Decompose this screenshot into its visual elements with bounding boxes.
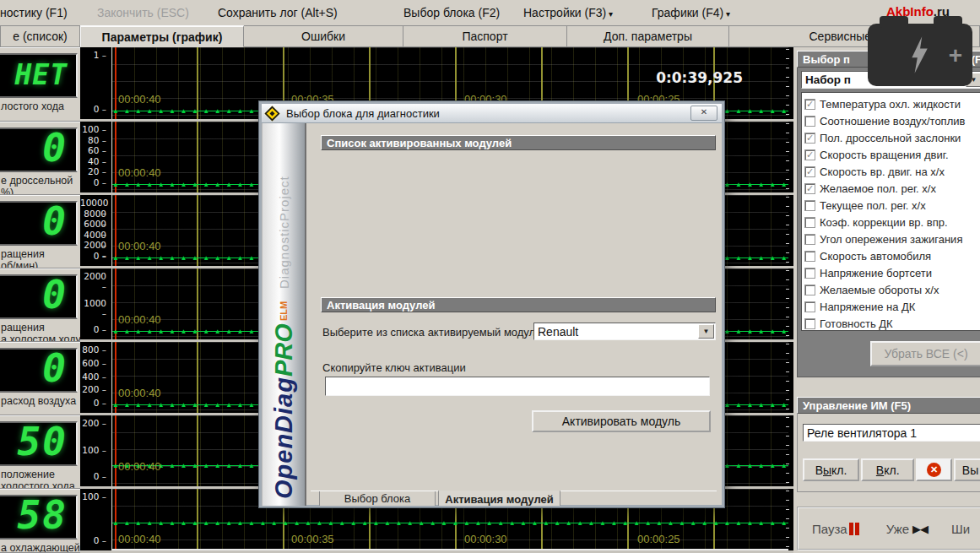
param-checkbox-row[interactable]: Желаемые обороты х/х bbox=[804, 281, 980, 298]
logo-project: DiagnosticProject bbox=[277, 176, 291, 289]
tab-3[interactable]: Ошибки bbox=[244, 25, 403, 47]
checkbox-unchecked[interactable] bbox=[804, 251, 815, 262]
tab-2[interactable]: Параметры (график) bbox=[80, 25, 244, 47]
tab-block-select[interactable]: Выбор блока bbox=[319, 491, 436, 506]
gauge-label-line: положение bbox=[1, 469, 80, 481]
time-label: 00:00:40 bbox=[118, 93, 161, 106]
checkbox-unchecked[interactable] bbox=[804, 116, 815, 127]
logo-opendiag: OpenDiag bbox=[270, 377, 298, 499]
tab-5[interactable]: Доп. параметры bbox=[567, 25, 729, 47]
checkbox-unchecked[interactable] bbox=[804, 268, 815, 279]
narrower-icon: ▶◀ bbox=[912, 523, 928, 535]
param-label: Коэф. коррекции вр. впр. bbox=[820, 216, 948, 229]
tab-1[interactable]: е (список) bbox=[0, 25, 80, 47]
param-label: Желаемые обороты х/х bbox=[820, 284, 939, 296]
narrower-control[interactable]: Уже ▶◀ bbox=[886, 522, 928, 536]
right-axis-ticks bbox=[786, 344, 789, 411]
param-checkbox-row[interactable]: Соотношение воздух/топлив bbox=[804, 112, 980, 129]
menu-bar: ностику (F1)Закончить (ESC)Сохранить лог… bbox=[0, 0, 980, 25]
param-checkbox-row[interactable]: Напряжение на ДК bbox=[804, 298, 980, 315]
on-button[interactable]: Вкл. bbox=[861, 458, 914, 481]
param-checkbox-row[interactable]: ✓Желаемое пол. рег. х/х bbox=[804, 180, 980, 197]
gauge-column: НЕТлостого хода0е дроссельной%)0ращенияо… bbox=[0, 47, 80, 553]
y-axis-tick: 600 bbox=[80, 358, 106, 368]
logo-elm: ELM bbox=[279, 301, 289, 321]
param-set-value: Набор п bbox=[805, 73, 851, 86]
gauge-cell-4: 0ращенияа холостом ходу bbox=[0, 268, 80, 342]
menu-item-6[interactable]: Графики (F4) ▾ bbox=[652, 6, 730, 19]
checkbox-checked[interactable]: ✓ bbox=[804, 149, 815, 160]
wider-label: Ши bbox=[951, 522, 970, 536]
checkbox-unchecked[interactable] bbox=[804, 217, 815, 228]
gauge-label-line: расход воздуха bbox=[1, 396, 80, 408]
param-checkbox-row[interactable]: Текущее пол. рег. х/х bbox=[804, 197, 980, 214]
param-checkbox-row[interactable]: ✓Скорость вр. двиг. на х/х bbox=[804, 163, 980, 180]
pause-control[interactable]: Пауза bbox=[812, 522, 859, 536]
time-label: 00:00:30 bbox=[464, 533, 507, 545]
extra-button[interactable]: Вы bbox=[954, 458, 980, 481]
right-axis-ticks bbox=[786, 270, 789, 338]
param-checkbox-row[interactable]: ✓Скорость вращения двиг. bbox=[804, 146, 980, 163]
param-checkbox-row[interactable]: Готовность ДК bbox=[804, 315, 980, 331]
param-checkbox-row[interactable]: Коэф. коррекции вр. впр. bbox=[804, 214, 980, 230]
tab-module-activation[interactable]: Активация модулей bbox=[438, 491, 560, 506]
transport-bar: Пауза Уже ▶◀ Ши bbox=[797, 507, 980, 550]
checkbox-unchecked[interactable] bbox=[804, 200, 815, 211]
checkbox-unchecked[interactable] bbox=[804, 318, 815, 329]
checkbox-unchecked[interactable] bbox=[804, 285, 815, 295]
close-button[interactable]: ✕ bbox=[690, 106, 717, 121]
gauge-label: е дроссельной%) bbox=[0, 176, 80, 195]
activation-key-input[interactable] bbox=[325, 377, 710, 396]
menu-item-3[interactable]: Сохранить лог (Alt+S) bbox=[218, 6, 338, 19]
y-axis-tick: 60 bbox=[80, 145, 106, 155]
gauge-label: ращенияа холостом ходу bbox=[0, 323, 80, 342]
activate-module-button[interactable]: Активировать модуль bbox=[532, 410, 711, 432]
menu-item-4[interactable]: Выбор блока (F2) bbox=[403, 6, 500, 19]
led-display: 0 bbox=[0, 127, 78, 172]
dialog-title: Выбор блока для диагностики bbox=[286, 107, 440, 120]
y-axis-tick: 200 bbox=[80, 418, 106, 428]
off-label: В bbox=[815, 464, 823, 477]
off-button[interactable]: Выкл. bbox=[803, 458, 859, 481]
brand-dark: .ru bbox=[934, 4, 950, 19]
actuator-panel-header: Управление ИМ (F5) bbox=[797, 397, 980, 414]
checkbox-checked[interactable]: ✓ bbox=[804, 133, 815, 144]
gauge-cell-2: 0е дроссельной%) bbox=[0, 122, 80, 195]
param-checkbox-row[interactable]: ✓Температура охл. жидкости bbox=[804, 95, 980, 112]
checkbox-checked[interactable]: ✓ bbox=[804, 99, 815, 110]
checkbox-unchecked[interactable] bbox=[804, 234, 815, 245]
on-label-tail: кл. bbox=[884, 464, 899, 477]
y-axis-tick: 80 bbox=[80, 135, 106, 145]
gauge-label-line: холостого хода bbox=[1, 481, 80, 490]
param-checkbox-row[interactable]: Напряжение бортсети bbox=[804, 264, 980, 281]
param-checkbox-row[interactable]: Скорость автомобиля bbox=[804, 247, 980, 264]
module-combobox[interactable]: Renault ▼ bbox=[533, 323, 716, 340]
gauge-label: расход воздуха bbox=[0, 396, 80, 408]
gauge-cell-1: НЕТлостого хода bbox=[0, 47, 80, 122]
chevron-down-icon[interactable]: ▼ bbox=[698, 324, 714, 339]
param-checkbox-row[interactable]: Угол опережения зажигания bbox=[804, 230, 980, 247]
checkbox-unchecked[interactable] bbox=[804, 301, 815, 312]
param-checkbox-row[interactable]: ✓Пол. дроссельной заслонки bbox=[804, 129, 980, 146]
tab-4[interactable]: Паспорт bbox=[403, 25, 567, 47]
gauge-label-line: е дроссельной bbox=[1, 176, 80, 187]
menu-item-5[interactable]: Настройки (F3) ▾ bbox=[523, 6, 613, 19]
dropdown-arrow-icon: ▾ bbox=[606, 9, 613, 19]
y-axis-tick: 0 bbox=[80, 104, 106, 114]
time-label: 00:00:40 bbox=[118, 387, 161, 399]
checkbox-checked[interactable]: ✓ bbox=[804, 166, 815, 177]
dialog-titlebar[interactable]: Выбор блока для диагностики ✕ bbox=[262, 104, 722, 123]
time-label: 00:00:25 bbox=[637, 533, 680, 545]
remove-all-button[interactable]: Убрать ВСЕ (<) bbox=[870, 341, 980, 366]
stop-button[interactable]: ✕ bbox=[916, 458, 951, 481]
actuator-combobox[interactable]: Реле вентилятора 1 ▼ bbox=[803, 424, 980, 442]
param-label: Готовность ДК bbox=[820, 317, 893, 330]
param-label: Желаемое пол. рег. х/х bbox=[820, 182, 936, 195]
off-mnemonic: ы bbox=[823, 464, 831, 477]
wider-control[interactable]: Ши bbox=[951, 522, 970, 536]
checkbox-checked[interactable]: ✓ bbox=[804, 183, 815, 194]
y-axis-tick: 0 bbox=[80, 324, 106, 334]
menu-item-1[interactable]: ностику (F1) bbox=[0, 6, 68, 19]
right-axis-ticks bbox=[786, 123, 789, 191]
pause-icon bbox=[849, 523, 853, 535]
